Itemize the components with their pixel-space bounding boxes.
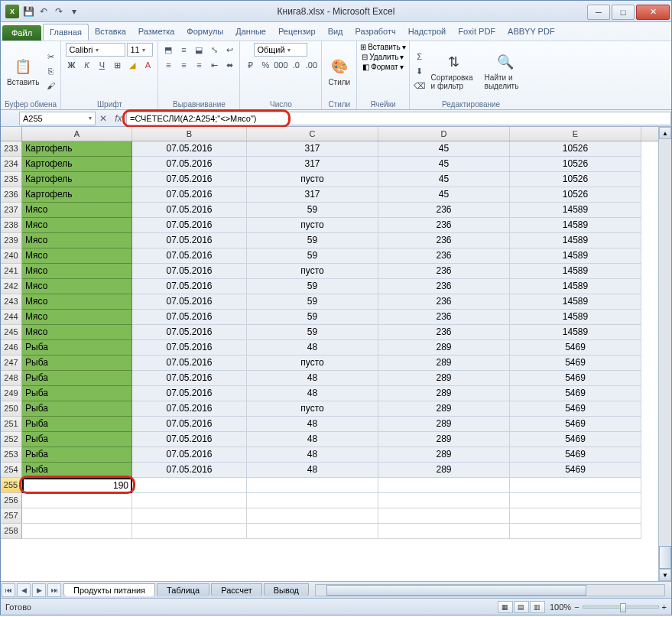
cell[interactable]: 07.05.2016 — [132, 264, 247, 279]
zoom-slider[interactable] — [583, 606, 659, 609]
cell[interactable]: 236 — [378, 279, 510, 294]
table-row[interactable]: 234 Картофель 07.05.2016 317 45 10526 — [1, 157, 658, 172]
paste-button[interactable]: 📋 Вставить — [4, 55, 42, 88]
cell[interactable]: 07.05.2016 — [132, 417, 247, 432]
save-icon[interactable]: 💾 — [22, 5, 34, 18]
row-header[interactable]: 252 — [1, 432, 22, 447]
cell[interactable]: 5469 — [510, 447, 641, 463]
copy-icon[interactable]: ⎘ — [44, 64, 57, 78]
cell[interactable]: 236 — [378, 325, 510, 340]
cut-icon[interactable]: ✂ — [44, 50, 57, 63]
table-row[interactable]: 247 Рыба 07.05.2016 пусто 289 5469 — [1, 356, 658, 371]
cell[interactable] — [22, 493, 132, 508]
row-header[interactable]: 258 — [1, 524, 22, 539]
table-row[interactable]: 243 Мясо 07.05.2016 59 236 14589 — [1, 294, 658, 310]
cell[interactable]: 5469 — [510, 432, 641, 447]
table-row[interactable]: 253 Рыба 07.05.2016 48 289 5469 — [1, 447, 658, 463]
format-painter-icon[interactable]: 🖌 — [44, 79, 57, 93]
cell[interactable]: 5469 — [510, 417, 641, 432]
sheet-tab[interactable]: Таблица — [157, 583, 209, 596]
view-break-icon[interactable]: ▥ — [530, 601, 545, 613]
cell[interactable]: 07.05.2016 — [132, 248, 247, 264]
cell[interactable]: пусто — [247, 356, 378, 371]
cell[interactable]: Рыба — [22, 447, 132, 463]
sheet-nav-first[interactable]: ⏮ — [2, 583, 15, 597]
scroll-up-icon[interactable]: ▲ — [659, 127, 671, 139]
cell[interactable] — [510, 524, 641, 539]
row-header[interactable]: 250 — [1, 401, 22, 417]
table-row[interactable]: 246 Рыба 07.05.2016 48 289 5469 — [1, 340, 658, 356]
view-normal-icon[interactable]: ▦ — [498, 601, 513, 613]
maximize-button[interactable]: □ — [612, 5, 635, 20]
row-header[interactable]: 234 — [1, 157, 22, 172]
row-header[interactable]: 244 — [1, 310, 22, 325]
cell[interactable]: 10526 — [510, 172, 641, 187]
cell[interactable]: 14589 — [510, 325, 641, 340]
col-header-a[interactable]: A — [22, 127, 132, 141]
cell[interactable]: 5469 — [510, 386, 641, 401]
cell[interactable]: 07.05.2016 — [132, 172, 247, 187]
row-header[interactable]: 253 — [1, 447, 22, 463]
cell[interactable]: 5469 — [510, 371, 641, 386]
cell[interactable]: 10526 — [510, 187, 641, 203]
row-header[interactable]: 248 — [1, 371, 22, 386]
cell[interactable]: 14589 — [510, 248, 641, 264]
cell[interactable]: 48 — [247, 463, 378, 478]
cell[interactable]: 289 — [378, 417, 510, 432]
cell[interactable]: 5469 — [510, 356, 641, 371]
qat-dropdown-icon[interactable]: ▾ — [68, 5, 80, 18]
dec-dec-icon[interactable]: .00 — [304, 58, 318, 72]
cell[interactable] — [247, 493, 378, 508]
align-right-icon[interactable]: ≡ — [192, 58, 206, 72]
fill-icon[interactable]: ⬇ — [413, 64, 427, 78]
cell[interactable]: 10526 — [510, 157, 641, 172]
number-format-combo[interactable]: Общий▾ — [254, 43, 307, 57]
row-header[interactable]: 246 — [1, 340, 22, 356]
cell[interactable]: Рыба — [22, 401, 132, 417]
bold-button[interactable]: Ж — [64, 58, 78, 72]
cell[interactable]: 07.05.2016 — [132, 310, 247, 325]
cancel-icon[interactable]: ✕ — [96, 113, 111, 124]
cell[interactable]: 45 — [378, 187, 510, 203]
ribbon-tab-1[interactable]: Вставка — [89, 24, 132, 41]
cell[interactable]: Мясо — [22, 233, 132, 248]
cell[interactable]: Рыба — [22, 432, 132, 447]
currency-icon[interactable]: ₽ — [243, 58, 257, 72]
cell[interactable]: 289 — [378, 371, 510, 386]
ribbon-tab-7[interactable]: Разработч — [349, 24, 402, 41]
row-header[interactable]: 235 — [1, 172, 22, 187]
undo-icon[interactable]: ↶ — [37, 5, 50, 18]
align-center-icon[interactable]: ≡ — [177, 58, 190, 72]
ribbon-tab-8[interactable]: Надстрой — [402, 24, 452, 41]
sheet-tab[interactable]: Продукты питания — [63, 583, 155, 596]
orientation-icon[interactable]: ⤡ — [207, 43, 221, 57]
spreadsheet-grid[interactable]: A B C D E 233 Картофель 07.05.2016 317 4… — [1, 127, 658, 581]
indent-dec-icon[interactable]: ⇤ — [207, 58, 221, 72]
table-row[interactable]: 258 — [1, 524, 658, 539]
delete-cells-button[interactable]: ⊟ Удалить ▾ — [362, 53, 404, 61]
row-header[interactable]: 236 — [1, 187, 22, 203]
cell[interactable]: 236 — [378, 218, 510, 233]
cell[interactable]: 289 — [378, 340, 510, 356]
row-header[interactable]: 237 — [1, 203, 22, 218]
file-tab[interactable]: Файл — [2, 25, 41, 41]
cell[interactable]: 59 — [247, 310, 378, 325]
sheet-tab[interactable]: Рассчет — [211, 583, 262, 596]
cell[interactable]: 14589 — [510, 218, 641, 233]
cell[interactable]: Рыба — [22, 386, 132, 401]
cell[interactable]: 289 — [378, 447, 510, 463]
cell[interactable]: 5469 — [510, 340, 641, 356]
merge-icon[interactable]: ⬌ — [222, 58, 236, 72]
cell[interactable]: 289 — [378, 432, 510, 447]
cell[interactable] — [378, 524, 510, 539]
align-bottom-icon[interactable]: ⬓ — [192, 43, 206, 57]
cell[interactable]: 236 — [378, 264, 510, 279]
cell[interactable]: 289 — [378, 356, 510, 371]
row-header[interactable]: 233 — [1, 141, 22, 157]
cell[interactable]: 07.05.2016 — [132, 371, 247, 386]
cell[interactable] — [132, 478, 247, 493]
col-header-b[interactable]: B — [132, 127, 247, 141]
cell[interactable]: 45 — [378, 172, 510, 187]
cell[interactable]: 07.05.2016 — [132, 386, 247, 401]
select-all-corner[interactable] — [1, 127, 22, 141]
